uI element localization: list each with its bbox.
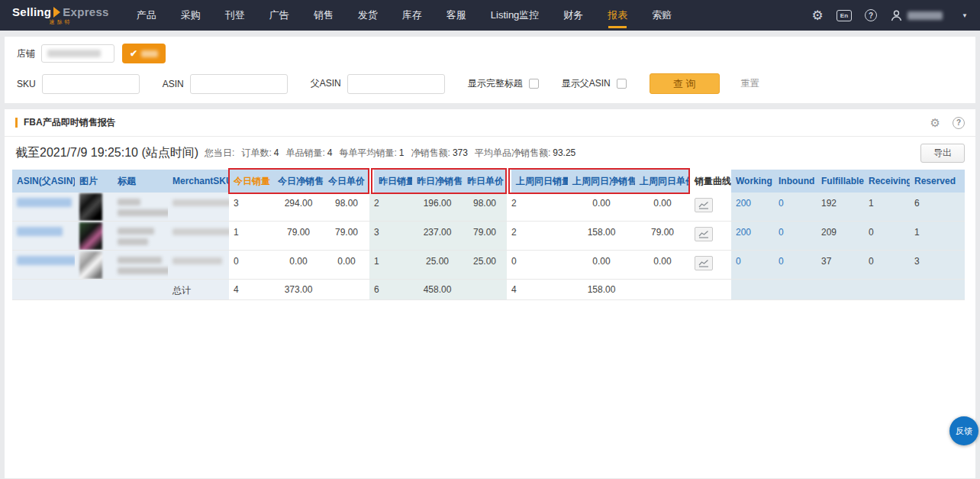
- header-reserved[interactable]: Reserved: [910, 170, 965, 193]
- cell-merchant-sku: [168, 222, 229, 251]
- stat-value: 93.25: [553, 147, 575, 158]
- sales-curve-button[interactable]: [695, 198, 713, 212]
- settings-gear-icon[interactable]: ⚙: [812, 9, 824, 22]
- cell-yesterday-net: 237.00: [412, 222, 463, 251]
- cell-today-price: 79.00: [324, 222, 369, 251]
- totals-empty: [463, 280, 507, 300]
- cell-working-link[interactable]: 200: [731, 193, 774, 222]
- header-fulfillable[interactable]: Fulfillable: [817, 170, 864, 193]
- shop-confirm-button[interactable]: ✔: [122, 44, 166, 63]
- nav-item-shipping[interactable]: 发货: [358, 0, 378, 31]
- logo-row: Selling Express: [12, 6, 109, 18]
- stat-label: 每单平均销量:: [340, 147, 397, 158]
- nav-item-finance[interactable]: 财务: [563, 0, 583, 31]
- asin-link-redacted[interactable]: [17, 256, 75, 265]
- asin-input[interactable]: [190, 74, 288, 94]
- show-parent-asin-checkbox[interactable]: [617, 79, 627, 89]
- filter-row-shop: 店铺 ✔: [17, 44, 963, 63]
- shop-confirm-label-redacted: [141, 50, 158, 57]
- cell-working-link[interactable]: 200: [731, 222, 774, 251]
- reset-button[interactable]: 重置: [737, 76, 764, 91]
- sales-curve-button[interactable]: [695, 256, 713, 270]
- header-label: Inbound: [779, 176, 814, 186]
- stat-avg-per-order: 每单平均销量:1: [340, 147, 405, 160]
- sku-input[interactable]: [42, 74, 140, 94]
- feedback-button[interactable]: 反馈: [949, 416, 978, 445]
- totals-empty: [864, 280, 910, 300]
- query-button[interactable]: 查 询: [650, 73, 720, 94]
- header-lastweek-sameday-net-sales[interactable]: 上周同日净销售额: [568, 170, 635, 193]
- nav-item-ads[interactable]: 广告: [269, 0, 289, 31]
- stat-value: 373: [453, 147, 468, 158]
- cell-inbound-link[interactable]: 0: [774, 193, 817, 222]
- cell-sales-curve: [690, 222, 731, 251]
- nav-item-customer-service[interactable]: 客服: [446, 0, 466, 31]
- parent-asin-label: 父ASIN: [311, 77, 341, 90]
- header-label: Receiving: [869, 176, 910, 186]
- export-button[interactable]: 导出: [920, 144, 965, 163]
- stat-label: 单品销量:: [285, 147, 324, 158]
- nav-item-inventory[interactable]: 库存: [402, 0, 422, 31]
- page: Selling Express 速脉特 产品 采购 刊登 广告 销售 发货 库存…: [0, 0, 980, 479]
- table-row: 3 294.00 98.00 2 196.00 98.00 2 0.00 0.0…: [12, 193, 965, 222]
- logo[interactable]: Selling Express 速脉特: [12, 6, 109, 24]
- header-today-qty[interactable]: 今日销量▼: [229, 170, 273, 193]
- header-label: 上周同日单价: [640, 176, 690, 186]
- header-yesterday-unit-price[interactable]: 昨日单价: [463, 170, 507, 193]
- language-en-icon[interactable]: En: [837, 10, 852, 21]
- header-label: 上周同日净销售额: [572, 176, 635, 186]
- asof-timestamp: 截至2021/7/9 19:25:10 (站点时间): [15, 145, 198, 161]
- header-receiving[interactable]: Receiving: [864, 170, 910, 193]
- header-today-unit-price[interactable]: 今日单价: [324, 170, 369, 193]
- show-full-title-checkbox[interactable]: [529, 79, 539, 89]
- parent-asin-input[interactable]: [347, 74, 445, 94]
- totals-empty: [324, 280, 369, 300]
- header-today-net-sales[interactable]: 今日净销售额: [273, 170, 324, 193]
- header-inbound[interactable]: Inbound: [774, 170, 817, 193]
- header-title: 标题: [113, 170, 168, 193]
- nav-item-reports[interactable]: 报表: [608, 0, 627, 31]
- nav-item-sales[interactable]: 销售: [314, 0, 334, 31]
- cell-today-qty: 1: [229, 222, 273, 251]
- today-summary-stats: 您当日: 订单数:4 单品销量:4 每单平均销量:1 净销售额:373 平均单品…: [205, 147, 575, 160]
- chevron-down-icon[interactable]: ▼: [962, 12, 968, 19]
- cell-sales-curve: [690, 193, 731, 222]
- shop-select[interactable]: [41, 44, 114, 63]
- title-line-redacted: [118, 238, 148, 245]
- user-menu[interactable]: [890, 9, 943, 22]
- nav-item-products[interactable]: 产品: [137, 0, 156, 31]
- report-help-icon[interactable]: ?: [953, 117, 965, 129]
- column-settings-icon[interactable]: ⚙: [930, 117, 940, 128]
- totals-lastweek-net: 158.00: [568, 280, 635, 300]
- sales-curve-button[interactable]: [695, 227, 713, 241]
- sales-table-wrap: ASIN(父ASIN) 图片 标题 MerchantSKU 今日销量▼ 今日净销…: [12, 170, 968, 300]
- title-line-redacted: [118, 228, 154, 235]
- title-line-redacted: [118, 257, 162, 264]
- header-yesterday-net-sales[interactable]: 昨日净销售额: [412, 170, 463, 193]
- cell-today-qty: 0: [229, 251, 273, 280]
- sku-label: SKU: [17, 79, 36, 89]
- cell-inbound-link[interactable]: 0: [774, 222, 817, 251]
- asin-link-redacted[interactable]: [17, 198, 72, 207]
- header-lastweek-sameday-qty[interactable]: 上周同日销量: [507, 170, 568, 193]
- header-yesterday-qty[interactable]: 昨日销量: [369, 170, 412, 193]
- asin-link-redacted[interactable]: [17, 227, 63, 236]
- nav-item-purchasing[interactable]: 采购: [181, 0, 201, 31]
- totals-empty: [910, 280, 965, 300]
- filter-row-inputs: SKU ASIN 父ASIN 显示完整标题 显示父ASIN 查 询 重置: [17, 73, 963, 94]
- nav-item-publish[interactable]: 刊登: [225, 0, 245, 31]
- header-label: 标题: [118, 176, 136, 186]
- header-lastweek-sameday-unit-price[interactable]: 上周同日单价: [635, 170, 690, 193]
- nav-item-claims[interactable]: 索赔: [652, 0, 672, 31]
- help-icon[interactable]: ?: [865, 9, 877, 21]
- cell-inbound-link[interactable]: 0: [774, 251, 817, 280]
- stat-value: 4: [274, 147, 279, 158]
- header-working[interactable]: Working: [731, 170, 774, 193]
- stats-prefix: 您当日:: [205, 147, 234, 160]
- nav-item-listing-monitor[interactable]: Listing监控: [491, 0, 540, 31]
- header-label: 今日净销售额: [278, 176, 324, 186]
- shop-label: 店铺: [17, 47, 35, 60]
- header-image: 图片: [75, 170, 113, 193]
- cell-working-link[interactable]: 0: [731, 251, 774, 280]
- line-chart-icon: [698, 259, 709, 267]
